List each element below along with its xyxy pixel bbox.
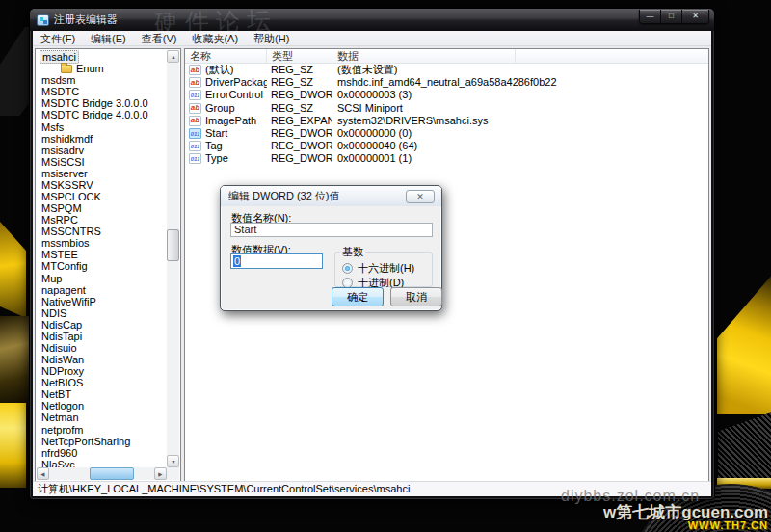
- menu-item[interactable]: 帮助(H): [246, 31, 297, 46]
- tree-item[interactable]: MSTEE: [37, 249, 167, 260]
- tree-item[interactable]: MSDTC Bridge 3.0.0.0: [37, 97, 167, 109]
- tree-item[interactable]: MSPQM: [37, 202, 167, 214]
- registry-value-row[interactable]: Tag REG_DWORD 0x00000040 (64): [185, 140, 708, 152]
- tree-item[interactable]: MTConfig: [37, 260, 167, 272]
- maximize-button[interactable]: □: [661, 10, 682, 23]
- tree-item[interactable]: msiserver: [37, 168, 167, 179]
- scroll-up-button[interactable]: ▲: [167, 50, 179, 63]
- registry-value-row[interactable]: Group REG_SZ SCSI Miniport: [185, 102, 708, 115]
- tree-item[interactable]: MSDTC Bridge 4.0.0.0: [37, 109, 167, 120]
- radio-hexadecimal-label: 十六进制(H): [358, 261, 414, 276]
- tree-item-label: msisadrv: [41, 145, 84, 156]
- scroll-right-button[interactable]: ▶: [154, 467, 167, 480]
- value-data: 0x00000001 (1): [332, 152, 708, 165]
- values-header-row: 名称 类型 数据: [185, 49, 708, 64]
- tree-item[interactable]: Netlogon: [37, 400, 167, 412]
- registry-value-row[interactable]: ImagePath REG_EXPAND_SZ system32\DRIVERS…: [185, 115, 708, 127]
- tree-item[interactable]: NdisCap: [37, 319, 167, 331]
- tree-item[interactable]: MSSCNTRS: [37, 226, 167, 237]
- tree-item[interactable]: nfrd960: [37, 447, 167, 459]
- tree-item[interactable]: MSDTC: [37, 86, 167, 97]
- column-header-type[interactable]: 类型: [267, 49, 332, 63]
- tree-item[interactable]: msisadrv: [37, 145, 167, 156]
- tree-item-label: msdsm: [41, 74, 75, 86]
- tree-item[interactable]: NlaSvc: [37, 459, 167, 467]
- tree-item-label: msahci: [40, 50, 79, 64]
- arrow-right-icon: ▶: [158, 471, 162, 476]
- cancel-button[interactable]: 取消: [390, 287, 442, 306]
- minimize-button[interactable]: —: [640, 10, 661, 23]
- wallpaper-car-left-panel: [0, 222, 26, 318]
- tree-item-label: Msfs: [41, 121, 64, 133]
- registry-tree-pane: msahci Enum msdsm: [35, 48, 181, 482]
- menu-item[interactable]: 查看(V): [134, 31, 185, 46]
- ok-button[interactable]: 确定: [332, 287, 384, 306]
- horizontal-scrollbar-thumb[interactable]: [90, 467, 134, 480]
- tree-item[interactable]: mssmbios: [37, 237, 167, 249]
- tree-item[interactable]: MSKSSRV: [37, 179, 167, 191]
- scroll-left-button[interactable]: ◀: [37, 467, 49, 480]
- tree-item[interactable]: netprofm: [37, 424, 167, 436]
- tree-item-label: MSDTC Bridge 4.0.0.0: [41, 109, 148, 120]
- wallpaper-car-right-body: [717, 246, 771, 414]
- registry-value-row[interactable]: Type REG_DWORD 0x00000001 (1): [185, 152, 708, 165]
- tree-vertical-scrollbar[interactable]: ▲ ▼: [167, 50, 179, 467]
- tree-item[interactable]: msahci: [37, 51, 167, 63]
- tree-item-label: MSiSCSI: [41, 156, 85, 168]
- tree-item[interactable]: Netman: [37, 412, 167, 423]
- tree-item[interactable]: mshidkmdf: [37, 133, 167, 145]
- close-icon: ✕: [692, 13, 699, 20]
- tree-item-label: Mup: [41, 273, 62, 284]
- tree-item[interactable]: NativeWifiP: [37, 296, 167, 307]
- tree-item[interactable]: NDProxy: [37, 365, 167, 377]
- registry-value-row[interactable]: DriverPackageId REG_SZ mshdc.inf_amd64_n…: [185, 76, 708, 89]
- menu-item[interactable]: 文件(F): [33, 31, 83, 46]
- window-titlebar[interactable]: 注册表编辑器 — □ ✕: [30, 9, 714, 31]
- dialog-titlebar[interactable]: 编辑 DWORD (32 位)值 ✕: [221, 186, 441, 206]
- edit-dword-dialog: 编辑 DWORD (32 位)值 ✕ 数值名称(N): Start 数值数据(V…: [220, 185, 442, 311]
- tree-item[interactable]: NdisWan: [37, 354, 167, 365]
- column-header-data[interactable]: 数据: [332, 49, 516, 63]
- reg-type-icon: [189, 103, 201, 114]
- status-path: 计算机\HKEY_LOCAL_MACHINE\SYSTEM\CurrentCon…: [33, 482, 410, 496]
- tree-item[interactable]: NDIS: [37, 307, 167, 319]
- tree-item[interactable]: MSPCLOCK: [37, 191, 167, 202]
- value-data-input[interactable]: 0: [230, 253, 323, 269]
- tree-item[interactable]: msdsm: [37, 74, 167, 86]
- wallpaper-car-left-shadow: [0, 316, 29, 405]
- close-button[interactable]: ✕: [682, 10, 708, 23]
- reg-type-icon: [189, 116, 201, 126]
- column-header-name[interactable]: 名称: [185, 49, 267, 63]
- tree-item[interactable]: MsRPC: [37, 214, 167, 226]
- tree-item-label: MSPQM: [41, 202, 82, 214]
- registry-value-row[interactable]: (默认) REG_SZ (数值未设置): [185, 64, 708, 76]
- tree-item[interactable]: Ndisuio: [37, 342, 167, 354]
- value-type: REG_DWORD: [267, 89, 332, 101]
- tree-item[interactable]: NetBT: [37, 388, 167, 400]
- tree-item-label: MTConfig: [41, 260, 88, 272]
- tree-horizontal-scrollbar[interactable]: ◀ ▶: [37, 467, 167, 480]
- value-name-field[interactable]: Start: [230, 223, 433, 237]
- tree-item[interactable]: Msfs: [37, 120, 167, 132]
- scroll-down-button[interactable]: ▼: [167, 455, 179, 467]
- tree-item[interactable]: NdisTapi: [37, 331, 167, 342]
- tree-item[interactable]: NetBIOS: [37, 377, 167, 388]
- tree-item[interactable]: Mup: [37, 272, 167, 283]
- tree-item-label: MSPCLOCK: [41, 191, 101, 202]
- window-title: 注册表编辑器: [54, 13, 118, 27]
- vertical-scrollbar-thumb[interactable]: [167, 229, 179, 261]
- tree-item-label: msiserver: [41, 168, 88, 179]
- tree-item[interactable]: napagent: [37, 284, 167, 296]
- status-bar: 计算机\HKEY_LOCAL_MACHINE\SYSTEM\CurrentCon…: [33, 481, 711, 496]
- menu-item[interactable]: 编辑(E): [83, 31, 134, 46]
- value-type: REG_DWORD: [267, 140, 332, 152]
- tree-item[interactable]: Enum: [37, 63, 167, 74]
- tree-item[interactable]: MSiSCSI: [37, 156, 167, 168]
- registry-value-row[interactable]: ErrorControl REG_DWORD 0x00000003 (3): [185, 89, 708, 101]
- menu-item[interactable]: 收藏夹(A): [184, 31, 246, 46]
- tree-item[interactable]: NetTcpPortSharing: [37, 436, 167, 447]
- dialog-close-button[interactable]: ✕: [406, 190, 435, 203]
- registry-value-row[interactable]: Start REG_DWORD 0x00000000 (0): [185, 127, 708, 140]
- value-data: 0x00000040 (64): [332, 140, 708, 152]
- radio-hexadecimal[interactable]: 十六进制(H): [342, 261, 432, 276]
